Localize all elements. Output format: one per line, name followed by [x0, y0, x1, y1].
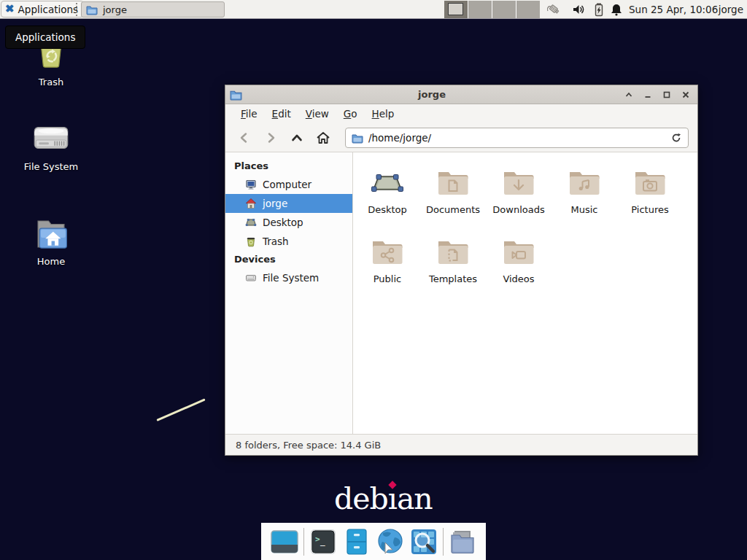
menu-file[interactable]: File: [234, 106, 264, 122]
svg-text:>: >: [315, 534, 320, 544]
panel-separator-handle[interactable]: [76, 3, 79, 16]
mouse-cursor-line: [156, 398, 205, 421]
taskbar-window-button[interactable]: jorge: [81, 1, 225, 18]
sidebar-item-computer-label: Computer: [263, 179, 311, 190]
folder-pictures-label: Pictures: [631, 204, 668, 215]
desktop-icon: [245, 217, 257, 228]
menubar: File Edit View Go Help: [225, 104, 697, 123]
folder-templates-label: Templates: [429, 273, 477, 284]
back-button[interactable]: [231, 127, 258, 149]
battery-charging-icon[interactable]: [592, 2, 606, 17]
sidebar-item-desktop-label: Desktop: [263, 217, 303, 228]
folder-public[interactable]: Public: [355, 235, 420, 304]
web-browser-button[interactable]: [376, 527, 405, 556]
desktop-icon-filesystem[interactable]: File System: [16, 121, 86, 172]
documents-folder-icon: [436, 166, 471, 201]
debian-wallpaper-logo: debıan: [334, 481, 433, 516]
volume-icon[interactable]: [571, 2, 586, 17]
terminal-button[interactable]: > _: [309, 527, 338, 556]
xfce-logo-icon: ✖: [5, 4, 15, 15]
dock-separator: [443, 528, 444, 556]
show-desktop-button[interactable]: [270, 527, 299, 556]
desktop-icon-filesystem-label: File System: [24, 161, 78, 172]
folder-documents-label: Documents: [426, 204, 480, 215]
forward-button[interactable]: [258, 127, 284, 149]
path-text[interactable]: /home/jorge/: [368, 132, 665, 144]
menu-edit[interactable]: Edit: [266, 106, 298, 122]
workspace-4[interactable]: [516, 1, 540, 18]
videos-folder-icon: [501, 235, 536, 270]
up-button[interactable]: [284, 127, 310, 149]
hard-drive-icon: [30, 121, 72, 158]
folder-downloads[interactable]: Downloads: [486, 166, 551, 235]
top-panel: ✖ Applications jorge: [0, 0, 747, 19]
applications-menu-button[interactable]: ✖ Applications: [1, 1, 84, 18]
sidebar-item-filesystem[interactable]: File System: [225, 268, 352, 287]
path-bar[interactable]: /home/jorge/: [345, 128, 689, 148]
sidebar: Places Computer: [225, 152, 353, 434]
workspace-pager: [444, 1, 540, 18]
desktop-icon-home[interactable]: Home: [16, 216, 86, 267]
svg-text:_: _: [320, 537, 325, 546]
directory-menu-button[interactable]: [448, 527, 477, 556]
notifications-bell-icon[interactable]: [609, 2, 624, 17]
sidebar-item-home-jorge[interactable]: jorge: [225, 194, 352, 213]
sidebar-item-trash-label: Trash: [263, 236, 289, 247]
applications-menu-label: Applications: [18, 4, 78, 15]
computer-icon: [245, 179, 257, 190]
file-view[interactable]: Desktop Documents: [353, 152, 697, 434]
toolbar: /home/jorge/: [225, 123, 697, 152]
file-manager-window: jorge File Edit View Go Help: [225, 85, 698, 456]
home-folder-icon: [31, 216, 71, 252]
workspace-2[interactable]: [468, 1, 492, 18]
app-finder-button[interactable]: [409, 527, 438, 556]
menu-help[interactable]: Help: [365, 106, 401, 122]
workspace-3[interactable]: [492, 1, 516, 18]
sidebar-item-filesystem-label: File System: [263, 272, 319, 284]
terminal-icon: > _: [309, 527, 338, 556]
sidebar-item-home-label: jorge: [263, 198, 287, 209]
window-folder-icon: [230, 88, 242, 101]
applications-tooltip: Applications: [5, 26, 85, 49]
network-cable-icon[interactable]: [547, 2, 562, 17]
sidebar-item-computer[interactable]: Computer: [225, 175, 352, 194]
close-button[interactable]: [678, 88, 693, 102]
public-folder-icon: [370, 235, 405, 270]
taskbar-window-label: jorge: [103, 4, 127, 15]
home-icon: [245, 198, 257, 209]
window-title: jorge: [242, 89, 622, 100]
folder-documents[interactable]: Documents: [420, 166, 486, 235]
folder-templates[interactable]: Templates: [420, 235, 486, 304]
sidebar-header-devices: Devices: [225, 251, 352, 268]
web-browser-globe-icon: [376, 527, 405, 556]
trash-small-icon: [245, 236, 257, 247]
folder-desktop-label: Desktop: [368, 204, 407, 215]
minimize-button[interactable]: [640, 88, 655, 102]
file-manager-button[interactable]: [342, 527, 371, 556]
desktop-icon-trash-label: Trash: [39, 77, 63, 88]
show-desktop-icon: [270, 527, 299, 556]
shade-button[interactable]: [622, 88, 636, 102]
folder-downloads-label: Downloads: [492, 204, 544, 215]
desktop-icon-home-label: Home: [37, 256, 65, 267]
reload-icon[interactable]: [670, 132, 682, 144]
workspace-1[interactable]: [444, 1, 468, 18]
panel-clock[interactable]: Sun 25 Apr, 10:06: [629, 0, 718, 19]
maximize-button[interactable]: [659, 88, 674, 102]
panel-user-label[interactable]: jorge: [719, 0, 743, 19]
file-cabinet-icon: [342, 527, 371, 556]
folder-music[interactable]: Music: [551, 166, 617, 235]
folder-videos[interactable]: Videos: [486, 235, 551, 304]
menu-view[interactable]: View: [299, 106, 336, 122]
statusbar: 8 folders, Free space: 14.4 GiB: [225, 434, 697, 455]
folder-pictures[interactable]: Pictures: [617, 166, 683, 235]
sidebar-item-trash[interactable]: Trash: [225, 232, 352, 251]
window-titlebar[interactable]: jorge: [225, 85, 697, 104]
home-button[interactable]: [310, 127, 336, 149]
sidebar-item-desktop[interactable]: Desktop: [225, 213, 352, 232]
folder-desktop[interactable]: Desktop: [355, 166, 420, 235]
menu-go[interactable]: Go: [337, 106, 364, 122]
sidebar-header-places: Places: [225, 158, 352, 175]
directory-folder-icon: [448, 527, 477, 556]
desktop-screen: ✖ Applications jorge: [0, 0, 747, 560]
